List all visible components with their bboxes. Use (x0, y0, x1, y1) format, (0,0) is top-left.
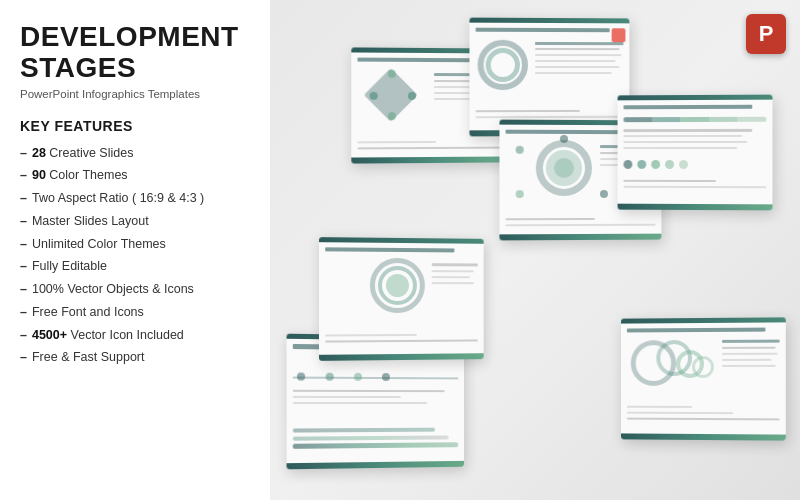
dash-icon: – (20, 189, 27, 208)
list-item: – Unlimited Color Themes (20, 235, 252, 254)
feature-text: Free Font and Icons (32, 303, 144, 322)
slide-accent-bar (469, 18, 629, 24)
slide-bottom-bar (621, 433, 786, 440)
slide-bottom-bar (618, 204, 773, 211)
slide-accent-bar (319, 237, 484, 244)
slide-bottom-bar (287, 461, 464, 469)
dash-icon: – (20, 348, 27, 367)
left-panel: DEVELOPMENT STAGES PowerPoint Infographi… (0, 0, 270, 500)
feature-text: Free & Fast Support (32, 348, 145, 367)
slide-inner (319, 237, 484, 361)
dash-icon: – (20, 166, 27, 185)
feature-text: 100% Vector Objects & Icons (32, 280, 194, 299)
slide-inner (621, 317, 786, 440)
feature-text: 28 Creative Slides (32, 144, 133, 163)
list-item: – Fully Editable (20, 257, 252, 276)
page-container: DEVELOPMENT STAGES PowerPoint Infographi… (0, 0, 800, 500)
right-panel: P (270, 0, 800, 500)
slide-bottom-bar (351, 156, 506, 163)
slide-card (469, 18, 629, 137)
dash-icon: – (20, 235, 27, 254)
list-item: – 28 Creative Slides (20, 144, 252, 163)
dash-icon: – (20, 303, 27, 322)
slide-card (621, 317, 786, 440)
feature-text: Unlimited Color Themes (32, 235, 166, 254)
powerpoint-icon: P (746, 14, 786, 54)
slides-scene (270, 0, 800, 500)
key-features-heading: KEY FEATURES (20, 118, 252, 134)
slide-accent-bar (621, 317, 786, 323)
slide-inner (469, 18, 629, 137)
page-subtitle: PowerPoint Infographics Templates (20, 88, 252, 100)
slide-inner (618, 95, 773, 211)
list-item: – Master Slides Layout (20, 212, 252, 231)
dash-icon: – (20, 280, 27, 299)
list-item: – 4500+ Vector Icon Included (20, 326, 252, 345)
list-item: – Two Aspect Ratio ( 16:9 & 4:3 ) (20, 189, 252, 208)
features-list: – 28 Creative Slides – 90 Color Themes –… (20, 144, 252, 368)
list-item: – 90 Color Themes (20, 166, 252, 185)
dash-icon: – (20, 257, 27, 276)
list-item: – Free & Fast Support (20, 348, 252, 367)
list-item: – Free Font and Icons (20, 303, 252, 322)
page-title: DEVELOPMENT STAGES (20, 22, 252, 84)
list-item: – 100% Vector Objects & Icons (20, 280, 252, 299)
dash-icon: – (20, 144, 27, 163)
dash-icon: – (20, 212, 27, 231)
feature-text: 90 Color Themes (32, 166, 128, 185)
feature-text: Two Aspect Ratio ( 16:9 & 4:3 ) (32, 189, 204, 208)
dash-icon: – (20, 326, 27, 345)
slide-card (618, 95, 773, 211)
feature-text: Master Slides Layout (32, 212, 149, 231)
slide-card (319, 237, 484, 361)
slide-accent-bar (618, 95, 773, 101)
ppt-letter: P (759, 21, 774, 47)
feature-text: 4500+ Vector Icon Included (32, 326, 184, 345)
slide-bottom-bar (499, 234, 661, 241)
feature-text: Fully Editable (32, 257, 107, 276)
